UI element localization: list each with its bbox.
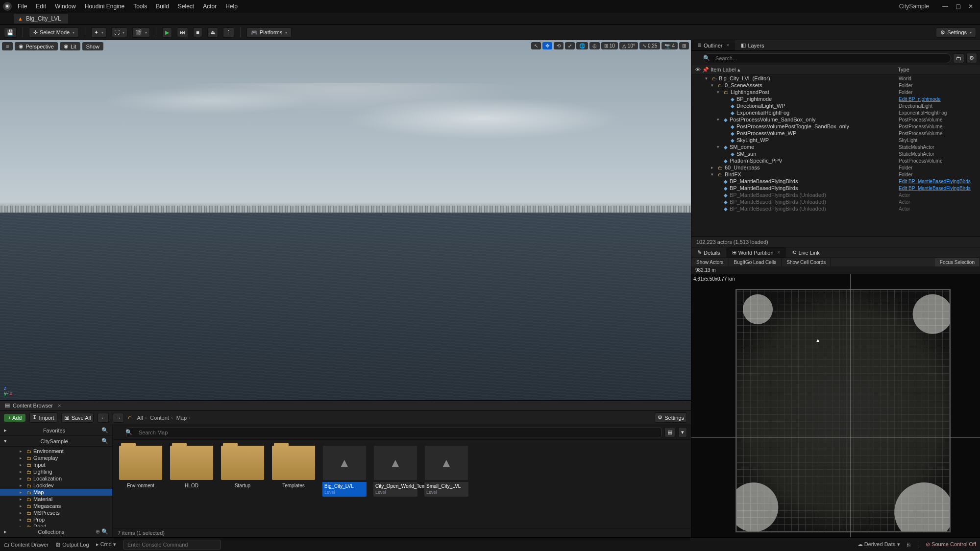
search-icon[interactable]: 🔍 [101,438,108,444]
menu-window[interactable]: Window [55,3,76,10]
select-mode-button[interactable]: ✛ Select Mode▾ [29,27,79,38]
tree-item-map[interactable]: ▸🗀Map [0,489,112,496]
viewport-maximize-icon[interactable]: ⊞ [679,42,689,49]
transform-move-icon[interactable]: ✥ [542,42,552,49]
revision-control-icon[interactable]: ⎘ [907,542,910,548]
menu-help[interactable]: Help [225,3,238,10]
output-log-button[interactable]: 🖹 Output Log [55,542,89,548]
project-header[interactable]: ▾ CitySample 🔍 [0,436,112,447]
outliner-row[interactable]: ◆PostProcessVolume_WPPostProcessVolume [691,130,980,137]
coord-space-icon[interactable]: 🌐 [576,42,588,49]
tree-item-lookdev[interactable]: ▸🗀Lookdev [0,482,112,489]
transform-select-icon[interactable]: ↖ [531,42,541,49]
grid-snap-button[interactable]: ⊞ 10 [601,42,618,49]
asset-level[interactable]: ▲City_Open_World_TemplateLevel [373,446,417,522]
world-partition-map[interactable]: 4.61x5.50x0.77 km ▲ [691,274,980,537]
outliner-search-input[interactable] [703,53,951,63]
transform-rotate-icon[interactable]: ⟲ [554,42,564,49]
viewport-lit-button[interactable]: ◉ Lit [60,42,80,50]
cb-settings-button[interactable]: ⚙ Settings [655,412,687,423]
menu-houdini[interactable]: Houdini Engine [85,3,124,10]
add-button[interactable]: + Add [4,414,25,422]
level-tab[interactable]: ▲ Big_City_LVL [14,14,68,24]
outliner-tab[interactable]: ≣ Outliner× [691,40,735,50]
outliner-row[interactable]: ◆DirectionalLight_WPDirectionalLight [691,102,980,109]
play-button[interactable]: ▶ [162,27,172,38]
history-back-button[interactable]: ← [98,413,109,423]
details-tab[interactable]: ✎ Details [691,247,726,258]
asset-folder[interactable]: HLOD [170,446,214,522]
outliner-row[interactable]: ▾🗀LightingandPostFolder [691,89,980,96]
collections-header[interactable]: ▸ Collections ⊕ 🔍 [0,527,112,537]
close-icon[interactable]: × [727,43,730,48]
asset-level[interactable]: ▲Small_City_LVLLevel [424,446,468,522]
asset-folder[interactable]: Startup [220,446,265,522]
show-coords-toggle[interactable]: Show Cell Coords [782,258,831,266]
outliner-row[interactable]: ◆BP_MantleBasedFlyingBirds (Unloaded)Act… [691,198,980,205]
tree-item-material[interactable]: ▸🗀Material [0,496,112,503]
tree-item-mspresets[interactable]: ▸🗀MSPresets [0,509,112,516]
content-drawer-button[interactable]: 🗀 Content Drawer [4,542,49,548]
outliner-row[interactable]: ◆ExponentialHeightFogExponentialHeightFo… [691,109,980,116]
skip-button[interactable]: ⏭ [177,27,188,37]
layers-tab[interactable]: ◧ Layers [735,40,770,50]
menu-select[interactable]: Select [178,3,194,10]
asset-folder[interactable]: Environment [119,446,163,522]
surface-snap-icon[interactable]: ◎ [589,42,600,49]
console-input[interactable] [123,540,221,550]
outliner-row[interactable]: ◆PlatformSpecific_PPVPostProcessVolume [691,157,980,164]
bugitgo-toggle[interactable]: BugItGo Load Cells [729,258,782,266]
source-control-button[interactable]: ⊘ Source Control Off [926,541,976,548]
viewport[interactable]: ≡ ◉ Perspective ◉ Lit Show ↖ ✥ ⟲ ⤢ 🌐 ◎ ⊞… [0,40,691,400]
filter-button[interactable]: ▤ [664,427,675,437]
save-button[interactable]: 💾 [4,27,17,38]
outliner-tree[interactable]: ▾🗀Big_City_LVL (Editor)World▾🗀0_SceneAss… [691,75,980,237]
angle-snap-button[interactable]: △ 10° [619,42,638,49]
menu-build[interactable]: Build [156,3,169,10]
asset-level[interactable]: ▲Big_City_LVLLevel [322,446,367,522]
outliner-row[interactable]: ◆BP_MantleBasedFlyingBirdsEdit BP_Mantle… [691,185,980,192]
transform-scale-icon[interactable]: ⤢ [565,42,575,49]
bug-report-icon[interactable]: ! [917,542,919,548]
menu-file[interactable]: File [18,3,27,10]
search-icon[interactable]: 🔍 [101,427,108,433]
marketplace-button[interactable]: ⛶▾ [111,27,127,37]
outliner-row[interactable]: ◆BP_nightmodeEdit BP_nightmode [691,96,980,102]
viewport-show-button[interactable]: Show [82,42,104,50]
tree-item-lighting[interactable]: ▸🗀Lighting [0,468,112,475]
settings-button[interactable]: ⚙ Settings▾ [936,27,976,38]
favorites-header[interactable]: ▸ Favorites 🔍 [0,425,112,436]
maximize-button[interactable]: ▢ [952,3,964,10]
tree-item-gameplay[interactable]: ▸🗀Gameplay [0,455,112,461]
scale-snap-button[interactable]: ⤡ 0.25 [639,42,660,49]
outliner-row[interactable]: ◆SM_sunStaticMeshActor [691,150,980,157]
outliner-row[interactable]: ▾🗀0_SceneAssetsFolder [691,82,980,89]
outliner-row[interactable]: ◆BP_MantleBasedFlyingBirds (Unloaded)Act… [691,192,980,198]
content-browser-tab[interactable]: ▤ Content Browser× [0,401,691,410]
viewport-perspective-button[interactable]: ◉ Perspective [15,42,57,50]
menu-tools[interactable]: Tools [133,3,147,10]
world-partition-tab[interactable]: ⊞ World Partition× [726,247,786,258]
history-fwd-button[interactable]: → [113,413,124,423]
filter-add-button[interactable]: ▾ [678,427,687,437]
outliner-row[interactable]: ◆PostProcessVolumePostToggle_SandBox_onl… [691,123,980,130]
close-button[interactable]: ✕ [964,3,977,10]
menu-edit[interactable]: Edit [36,3,46,10]
outliner-folder-button[interactable]: 🗀 [953,53,964,63]
tree-item-localization[interactable]: ▸🗀Localization [0,475,112,482]
play-options-button[interactable]: ⋮ [223,27,234,38]
platforms-button[interactable]: 🎮 Platforms▾ [246,27,292,38]
eject-button[interactable]: ⏏ [207,27,218,38]
outliner-row[interactable]: ◆BP_MantleBasedFlyingBirdsEdit BP_Mantle… [691,178,980,185]
asset-folder[interactable]: Templates [271,446,316,522]
save-all-button[interactable]: 🖫 Save All [61,413,94,423]
tree-item-environment[interactable]: ▸🗀Environment [0,448,112,455]
outliner-row[interactable]: ▾🗀Big_City_LVL (Editor)World [691,75,980,82]
derived-data-button[interactable]: ☁ Derived Data ▾ [858,541,900,548]
tree-item-road[interactable]: ▸🗀Road [0,523,112,527]
outliner-row[interactable]: ▾🗀BirdFXFolder [691,171,980,178]
tree-item-input[interactable]: ▸🗀Input [0,461,112,468]
outliner-row[interactable]: ◆SkyLight_WPSkyLight [691,137,980,144]
camera-speed-button[interactable]: 📷 4 [662,42,678,49]
live-link-tab[interactable]: ⟲ Live Link [786,247,825,258]
